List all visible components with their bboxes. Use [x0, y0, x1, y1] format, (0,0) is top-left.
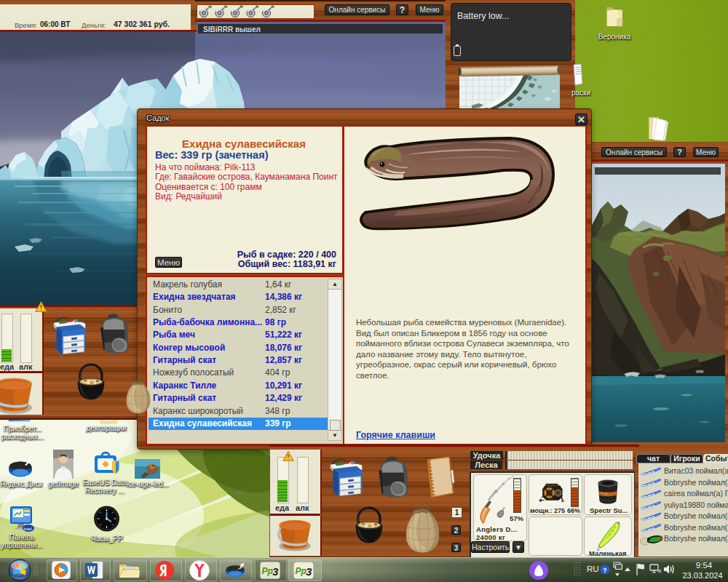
svg-text:?: ? — [603, 567, 607, 574]
svg-text:3: 3 — [272, 565, 279, 578]
svg-text:Рр: Рр — [262, 566, 273, 576]
svg-text:3: 3 — [306, 565, 312, 578]
svg-text:intel: intel — [24, 527, 32, 531]
svg-text:Рр: Рр — [296, 566, 306, 576]
